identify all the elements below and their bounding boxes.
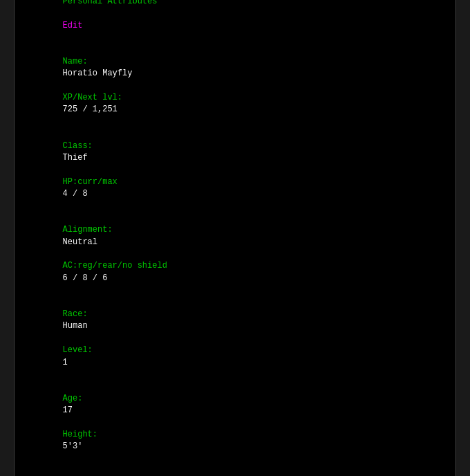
attr-name-xp: Name: Horatio Mayfly XP/Next lvl: 725 / … (23, 44, 447, 128)
height-spacer (63, 418, 113, 428)
class-value: Thief (63, 153, 88, 163)
terminal-body: << The Unseen Servant (p1 of 4) Welcome … (15, 0, 455, 476)
attr-race-level: Race: Human Level: 1 (23, 297, 447, 381)
height-label: Height: (63, 430, 103, 439)
attr-weight-gender: Weight: 105 lbs Gender: Male (23, 465, 447, 476)
ac-spacer (63, 249, 73, 259)
terminal-window: jgraves — Lynxlet — 93×39 << The Unseen … (14, 0, 456, 476)
personal-attr-header-line: Personal Attributes Edit (23, 0, 447, 44)
level-label: Level: (63, 345, 97, 355)
xp-value: 725 / 1,251 (63, 104, 118, 114)
attr-spacer (63, 8, 78, 18)
level-spacer (63, 333, 108, 343)
alignment-label: Alignment: (63, 225, 118, 235)
race-label: Race: (63, 309, 93, 319)
personal-attr-edit[interactable]: Edit (63, 21, 83, 30)
hp-spacer (63, 165, 103, 174)
level-value: 1 (63, 358, 68, 367)
attr-age-height: Age: 17 Height: 5'3' (23, 381, 447, 465)
hp-label: HP:curr/max (63, 177, 122, 187)
attr-class-hp: Class: Thief HP:curr/max 4 / 8 (23, 128, 447, 212)
age-label: Age: (63, 394, 88, 403)
ac-label: AC:reg/rear/no shield (63, 261, 172, 271)
xp-spacer (63, 81, 68, 91)
ac-value: 6 / 8 / 6 (63, 273, 108, 283)
race-value: Human (63, 321, 88, 331)
xp-label: XP/Next lvl: (63, 93, 128, 102)
name-value: Horatio Mayfly (63, 68, 133, 78)
age-value: 17 (63, 405, 73, 415)
alignment-value: Neutral (63, 237, 97, 247)
personal-attr-label: Personal Attributes (63, 0, 158, 6)
attr-align-ac: Alignment: Neutral AC:reg/rear/no shield… (23, 212, 447, 297)
hp-value: 4 / 8 (63, 189, 88, 199)
height-value: 5'3' (63, 441, 83, 451)
name-label: Name: (63, 57, 93, 66)
class-label: Class: (63, 141, 97, 151)
